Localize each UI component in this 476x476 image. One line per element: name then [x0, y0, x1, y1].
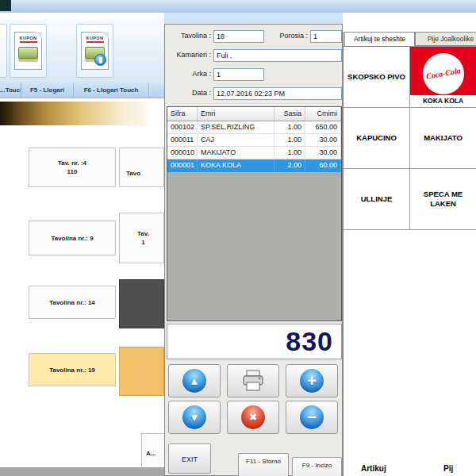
table-button-4[interactable]: Tav. nr. :4 110: [29, 148, 116, 187]
column-header-sasia[interactable]: Sasia: [274, 107, 305, 121]
order-grid-header: Sifra Emri Sasia Cmimi: [167, 107, 341, 121]
table-button-9[interactable]: Tavolina nr.: 9: [29, 221, 116, 255]
arrow-down-icon: ▼: [182, 405, 206, 429]
table-button-label: A...: [146, 449, 155, 458]
products-grid: SKOPSKO PIVO Coca-Cola KOKA KOLA KAPUCIN…: [344, 46, 476, 229]
column-header-cmimi[interactable]: Cmimi: [305, 107, 341, 121]
storno-button[interactable]: F11 - Storno: [238, 453, 289, 476]
pos-window: KUPON KUPON ...Touch F5 - Llogari F6 - L…: [0, 0, 476, 476]
table-button-partial-3[interactable]: [119, 279, 164, 328]
column-header-sifra[interactable]: Sifra: [167, 107, 198, 121]
kupon-document-icon: KUPON: [81, 32, 109, 70]
kupon-underline: [86, 41, 104, 43]
table-button-sublabel: 110: [67, 167, 78, 176]
bottom-tab-artikuj[interactable]: Artikuj: [361, 464, 386, 473]
toolbar-button-f6-llogari-touch[interactable]: KUPON: [76, 24, 113, 78]
data-field[interactable]: [213, 87, 342, 100]
bottom-tab-pije[interactable]: Pij: [443, 464, 453, 473]
cell-sifra: 000102: [167, 121, 198, 133]
product-koka-kola[interactable]: Coca-Cola KOKA KOLA: [410, 47, 476, 108]
money-icon: [18, 47, 38, 59]
minus-icon: −: [300, 405, 324, 429]
cola-script-text: Coca-Cola: [425, 66, 461, 81]
order-row[interactable]: 000010 MAKIJATO 1.00 30.00: [167, 147, 341, 159]
table-button-label: Tavo: [126, 169, 140, 178]
toolbar-label-touch[interactable]: ...Touch: [0, 83, 21, 98]
products-top-area: [343, 13, 476, 32]
toolbar: KUPON KUPON: [0, 13, 164, 83]
order-row-selected[interactable]: 000001 KOKA KOLA 2.00 60.00: [167, 159, 341, 172]
table-button-label: Tav. nr. :4: [58, 159, 86, 167]
delete-button[interactable]: ✖: [227, 401, 279, 434]
touch-icon: [94, 54, 106, 66]
move-down-button[interactable]: ▼: [168, 401, 221, 434]
remove-item-button[interactable]: −: [286, 401, 338, 434]
product-speca-me-laken[interactable]: SPECA ME LAKEN: [410, 169, 476, 230]
kamarieri-field[interactable]: [213, 49, 342, 62]
exit-button[interactable]: EXIT: [168, 443, 211, 474]
toolbar-label-f5-llogari[interactable]: F5 - Llogari: [21, 83, 74, 98]
product-makijato[interactable]: MAKIJATO: [410, 108, 476, 169]
product-kapucino[interactable]: KAPUCINO: [344, 108, 410, 169]
cell-sifra: 000001: [167, 159, 198, 171]
toolbar-label-band: ...Touch F5 - Llogari F6 - Llogari Touch: [0, 83, 164, 98]
order-row[interactable]: 000011 CAJ 1.00 30.00: [167, 134, 341, 147]
cell-sifra: 000010: [167, 147, 198, 159]
products-panel: Artikuj te sheshte Pije Joalkoolike SKOP…: [343, 32, 476, 476]
kupon-underline: [20, 41, 37, 43]
total-amount: 830: [286, 326, 333, 357]
tab-artikuj-te-sheshte[interactable]: Artikuj te sheshte: [344, 32, 415, 46]
order-grid: Sifra Emri Sasia Cmimi 000102 SP.SEL.RIZ…: [167, 106, 342, 321]
arka-field[interactable]: [213, 68, 264, 81]
cell-sasia: 2.00: [274, 159, 305, 171]
cell-emri: KOKA KOLA: [198, 159, 274, 171]
panel-top-strip: [164, 13, 343, 24]
table-button-partial-1[interactable]: Tavo: [119, 148, 164, 187]
table-button-19[interactable]: Tavolina nr.: 19: [29, 353, 116, 386]
table-button-14[interactable]: Tavolina nr.: 14: [29, 286, 116, 319]
bottom-strip: [0, 467, 164, 476]
banner-image: [0, 102, 148, 125]
porosia-field[interactable]: [310, 30, 342, 43]
plus-icon: +: [300, 369, 324, 393]
cell-cmimi: 650.00: [305, 121, 341, 133]
column-header-emri[interactable]: Emri: [198, 107, 274, 121]
cell-emri: MAKIJATO: [198, 147, 274, 159]
toolbar-button-touch[interactable]: [0, 24, 7, 78]
table-button-partial-2[interactable]: Tav. 1: [119, 213, 164, 263]
cell-cmimi: 30.00: [305, 134, 341, 146]
toolbar-label-f6-llogari-touch[interactable]: F6 - Llogari Touch: [74, 83, 149, 98]
move-up-button[interactable]: ▲: [168, 364, 221, 397]
tab-pije-joalkoolike[interactable]: Pije Joalkoolike: [415, 32, 476, 46]
table-button-partial-4[interactable]: [119, 347, 164, 396]
table-button-label: Tavolina nr.: 14: [49, 298, 95, 307]
product-skopsko-pivo[interactable]: SKOPSKO PIVO: [344, 47, 410, 108]
order-panel: Tavolina : Porosia : Kamarieri : Arka : …: [164, 24, 343, 476]
window-top-strip: [0, 0, 476, 13]
cell-cmimi: 30.00: [305, 147, 341, 159]
order-row[interactable]: 000102 SP.SEL.RIZLING 1.00 650.00: [167, 121, 341, 134]
total-box: 830: [167, 324, 342, 359]
table-button-partial-bottom[interactable]: A...: [141, 433, 165, 468]
tavolina-field[interactable]: [213, 30, 264, 43]
table-button-label: Tav.: [137, 229, 149, 238]
cell-sifra: 000011: [167, 134, 198, 146]
table-button-label: Tavolina nr.: 19: [49, 366, 95, 374]
cell-emri: SP.SEL.RIZLING: [198, 121, 274, 133]
print-button[interactable]: [227, 364, 279, 397]
data-label: Data :: [170, 89, 211, 97]
cell-sasia: 1.00: [274, 134, 305, 146]
product-ullinje[interactable]: ULLINJE: [344, 169, 410, 230]
cell-sasia: 1.00: [274, 121, 305, 133]
add-item-button[interactable]: +: [286, 364, 338, 397]
app-corner-icon: [0, 0, 11, 11]
porosia-label: Porosia :: [268, 32, 308, 40]
arka-label: Arka :: [170, 70, 211, 78]
product-label: MAKIJATO: [424, 133, 463, 143]
incizo-button[interactable]: F9 - Incizo: [292, 457, 342, 476]
printer-icon: [241, 370, 265, 392]
table-button-label: Tavolina nr.: 9: [51, 234, 93, 243]
toolbar-button-f5-llogari[interactable]: KUPON: [10, 24, 47, 78]
close-icon: ✖: [241, 405, 265, 429]
product-label: SKOPSKO PIVO: [347, 72, 405, 82]
